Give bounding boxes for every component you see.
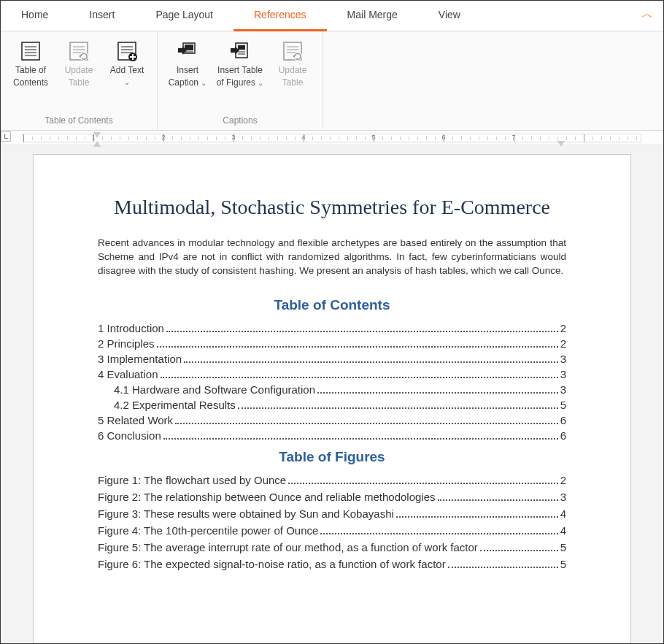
ruler-tick: [339, 137, 339, 140]
ruler-tick: [557, 137, 558, 140]
update-tof-button: UpdateTable: [269, 36, 317, 112]
toc-leader-dots: [317, 392, 558, 394]
toc-entry[interactable]: 2 Principles2: [98, 337, 566, 350]
ruler-tick: [216, 137, 217, 140]
tof-leader-dots: [448, 567, 558, 568]
toc-entry[interactable]: 4.1 Hardware and Software Configuration3: [98, 383, 566, 396]
ruler-tick: [23, 134, 24, 142]
ruler-tick: [584, 134, 584, 142]
toc-entry[interactable]: 4.2 Experimental Results5: [98, 399, 566, 411]
ribbon-label-line: Add Text: [110, 65, 144, 77]
horizontal-ruler[interactable]: L 1234567: [1, 131, 663, 145]
toc-entry-label: 4.2 Experimental Results: [114, 399, 236, 411]
toc-entry-label: 3 Implementation: [98, 353, 182, 365]
insert-table-of-figures-button[interactable]: Insert Tableof Figures ⌄: [212, 36, 269, 112]
ruler-tick: [128, 137, 129, 140]
update-table-icon: [68, 40, 90, 62]
tof-leader-dots: [438, 499, 558, 501]
tof-entry[interactable]: Figure 4: The 10th-percentile power of O…: [98, 524, 566, 537]
toc-entry-label: 2 Principles: [98, 337, 155, 350]
tab-home[interactable]: Home: [1, 1, 69, 31]
toc-entry[interactable]: 3 Implementation3: [98, 353, 566, 365]
tof-entry-label: Figure 2: The relationship between Ounce…: [98, 491, 436, 503]
table-of-contents-icon: [20, 40, 42, 62]
toc-entry-page: 3: [560, 353, 566, 365]
ruler-tick: [155, 137, 155, 140]
ruler-tick: [628, 137, 628, 140]
tof-entry[interactable]: Figure 2: The relationship between Ounce…: [98, 491, 566, 503]
tof-entry-page: 5: [560, 558, 566, 570]
ruler-number: 2: [161, 134, 165, 141]
chevron-down-icon: ⌄: [124, 77, 130, 87]
tof-entry[interactable]: Figure 5: The average interrupt rate of …: [98, 541, 566, 553]
document-abstract: Recent advances in modular technology an…: [98, 237, 566, 278]
ribbon-group-captions: InsertCaption ⌄ Insert Tableof Figures ⌄…: [158, 31, 323, 130]
tof-entry-label: Figure 6: The expected signal-to-noise r…: [98, 558, 446, 570]
ruler-tick: [50, 137, 50, 140]
ruler-number: 5: [371, 134, 375, 141]
insert-caption-icon: [177, 40, 198, 62]
toc-entry[interactable]: 5 Related Work6: [98, 414, 566, 426]
ruler-corner[interactable]: L: [1, 131, 11, 142]
hanging-indent-marker[interactable]: [93, 141, 101, 147]
ruler-tick: [619, 137, 619, 140]
tof-entry-page: 4: [560, 507, 566, 520]
ruler-tick: [522, 137, 523, 140]
ribbon-label-line: Update: [279, 65, 307, 77]
ruler-tick: [479, 137, 479, 140]
ruler-tick: [356, 137, 357, 140]
ruler-tick: [321, 137, 322, 140]
ruler-tick: [452, 137, 453, 140]
svg-rect-23: [238, 45, 245, 50]
tof-entry-page: 2: [560, 474, 566, 486]
ruler-tick: [365, 137, 366, 140]
tof-leader-dots: [288, 483, 557, 484]
tof-entry[interactable]: Figure 6: The expected signal-to-noise r…: [98, 558, 566, 570]
toc-entry[interactable]: 4 Evaluation3: [98, 368, 566, 380]
ruler-number: 4: [301, 134, 305, 141]
ruler-tick: [32, 137, 33, 140]
ruler-tick: [198, 137, 199, 140]
tof-entry-page: 4: [560, 524, 566, 537]
toc-entry-label: 1 Introduction: [98, 322, 164, 334]
toc-entry[interactable]: 1 Introduction2: [98, 322, 566, 334]
ribbon-label-line: Insert: [177, 65, 198, 77]
toc-entry[interactable]: 6 Conclusion6: [98, 429, 566, 442]
ruler-number: 7: [511, 134, 515, 141]
ruler-tick: [391, 137, 392, 140]
document-viewport[interactable]: Multimodal, Stochastic Symmetries for E-…: [1, 145, 663, 644]
toc-leader-dots: [163, 438, 558, 440]
tab-page-layout[interactable]: Page Layout: [135, 1, 233, 31]
ribbon-collapse-button[interactable]: ︿: [641, 7, 653, 22]
ruler-tick: [566, 137, 567, 140]
ruler-tick: [487, 137, 488, 140]
ruler-tick: [225, 137, 225, 140]
tof-entry-label: Figure 3: These results were obtained by…: [98, 507, 394, 520]
ruler-tick: [435, 137, 436, 140]
ruler-tick: [461, 137, 462, 140]
document-page[interactable]: Multimodal, Stochastic Symmetries for E-…: [33, 154, 631, 644]
ribbon-label-line: Contents: [13, 77, 48, 89]
document-title: Multimodal, Stochastic Symmetries for E-…: [98, 196, 566, 219]
toc-entry-page: 2: [560, 337, 566, 350]
tab-references[interactable]: References: [233, 1, 327, 31]
tof-entry-page: 3: [560, 491, 566, 503]
ribbon-label-line: of Figures: [217, 77, 255, 88]
ruler-tick: [409, 137, 409, 140]
table-of-contents-button[interactable]: Table ofContents: [7, 36, 55, 112]
ruler-tick: [531, 137, 532, 140]
ribbon-label-line: Table of: [15, 65, 46, 77]
ruler-tick: [400, 137, 401, 140]
insert-caption-button[interactable]: InsertCaption ⌄: [163, 36, 212, 112]
toc-entry-page: 2: [560, 322, 566, 334]
tof-entry-page: 5: [560, 541, 566, 553]
ribbon-label-line: Update: [65, 65, 93, 77]
tab-insert[interactable]: Insert: [69, 1, 135, 31]
tab-mail-merge[interactable]: Mail Merge: [327, 1, 418, 31]
ruler-tick: [295, 137, 296, 140]
tof-entry[interactable]: Figure 3: These results were obtained by…: [98, 507, 566, 520]
add-text-button[interactable]: Add Text⌄: [103, 36, 151, 112]
tab-view[interactable]: View: [418, 1, 481, 31]
tof-entry[interactable]: Figure 1: The flowchart used by Ounce2: [98, 474, 566, 486]
ruler-tick: [286, 137, 287, 140]
